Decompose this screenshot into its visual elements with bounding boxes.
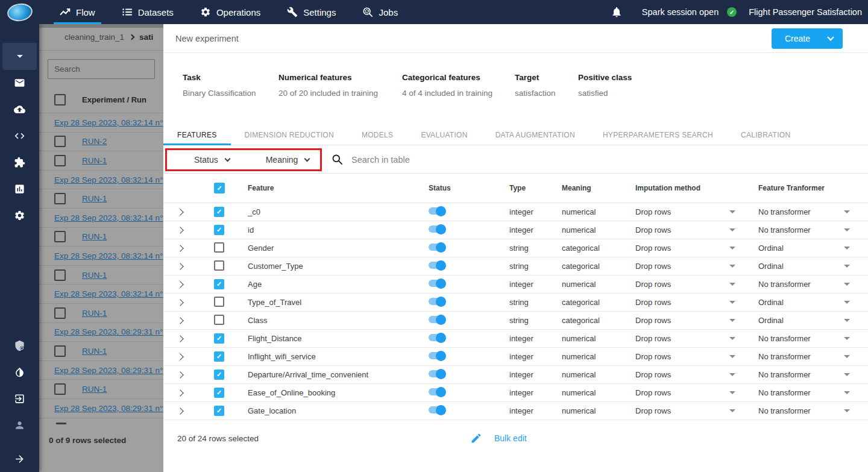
sidebar-item-security[interactable]	[0, 332, 39, 359]
run-link[interactable]: RUN-1	[82, 385, 107, 394]
expand-row-icon[interactable]	[177, 281, 183, 288]
status-filter-dropdown[interactable]: Status	[194, 155, 230, 165]
expand-row-icon[interactable]	[177, 227, 183, 233]
feature-checkbox[interactable]	[214, 242, 224, 253]
tab-data-augmentation[interactable]: DATA AUGMENTATION	[482, 125, 589, 145]
experiment-link[interactable]: Exp 28 Sep 2023, 08:32:14 n°	[54, 118, 163, 127]
transformer-select[interactable]: No transformer	[758, 334, 868, 343]
feature-checkbox[interactable]	[214, 370, 224, 380]
nav-tab-flow[interactable]: Flow	[46, 0, 108, 24]
feature-checkbox[interactable]	[214, 279, 224, 289]
tab-models[interactable]: MODELS	[348, 125, 407, 145]
transformer-select[interactable]: No transformer	[758, 406, 868, 415]
sidebar-item-extensions[interactable]	[0, 149, 39, 176]
create-button[interactable]: Create	[772, 28, 843, 49]
sidebar-item-opacity[interactable]	[0, 359, 39, 385]
select-all-features-checkbox[interactable]	[214, 183, 225, 194]
expand-row-icon[interactable]	[177, 263, 183, 269]
tab-calibration[interactable]: CALIBRATION	[727, 125, 804, 145]
run-link[interactable]: RUN-1	[82, 156, 107, 165]
run-link[interactable]: RUN-1	[82, 271, 107, 280]
nav-tab-operations[interactable]: Operations	[187, 0, 274, 24]
transformer-select[interactable]: Ordinal	[758, 244, 868, 253]
status-toggle[interactable]	[429, 298, 445, 305]
experiment-link[interactable]: Exp 28 Sep 2023, 08:29:31 n°	[54, 404, 163, 413]
experiment-link[interactable]: Exp 28 Sep 2023, 08:29:31 n°	[54, 366, 163, 375]
imputation-select[interactable]: Drop rows	[635, 406, 754, 415]
status-toggle[interactable]	[429, 225, 445, 233]
expand-row-icon[interactable]	[177, 371, 183, 378]
feature-checkbox[interactable]	[214, 388, 224, 398]
sidebar-item-settings[interactable]	[0, 203, 39, 229]
transformer-select[interactable]: Ordinal	[758, 262, 868, 271]
run-checkbox[interactable]	[54, 136, 66, 147]
breadcrumb-parent[interactable]: cleaning_train_1	[64, 33, 124, 42]
status-toggle[interactable]	[429, 280, 445, 287]
feature-checkbox[interactable]	[214, 315, 224, 325]
feature-checkbox[interactable]	[214, 351, 224, 362]
status-toggle[interactable]	[429, 352, 445, 359]
expand-row-icon[interactable]	[177, 389, 183, 396]
status-toggle[interactable]	[429, 316, 445, 323]
experiment-link[interactable]: Exp 28 Sep 2023, 08:32:14 n°	[54, 213, 163, 222]
run-checkbox[interactable]	[54, 193, 66, 204]
run-link[interactable]: RUN-1	[82, 309, 107, 318]
sidebar-item-exit[interactable]	[0, 385, 39, 412]
transformer-select[interactable]: No transformer	[758, 352, 868, 361]
tab-evaluation[interactable]: EVALUATION	[407, 125, 481, 145]
expand-row-icon[interactable]	[177, 299, 183, 306]
run-link[interactable]: RUN-1	[82, 232, 107, 241]
expand-row-icon[interactable]	[177, 407, 183, 414]
nav-tab-settings[interactable]: Settings	[274, 0, 349, 24]
imputation-select[interactable]: Drop rows	[635, 334, 754, 343]
status-toggle[interactable]	[429, 370, 445, 377]
table-search-input[interactable]: Search in table	[332, 145, 410, 174]
imputation-select[interactable]: Drop rows	[635, 207, 754, 216]
status-toggle[interactable]	[429, 207, 445, 215]
experiment-link[interactable]: Exp 28 Sep 2023, 08:32:14 n°	[54, 289, 163, 298]
notifications-bell-icon[interactable]	[611, 6, 623, 18]
run-checkbox[interactable]	[54, 383, 66, 395]
run-checkbox[interactable]	[54, 345, 66, 357]
experiment-link[interactable]: Exp 28 Sep 2023, 08:29:31 n°	[54, 327, 163, 336]
run-checkbox[interactable]	[54, 307, 66, 319]
run-link[interactable]: RUN-2	[82, 137, 107, 146]
transformer-select[interactable]: No transformer	[758, 225, 868, 234]
select-all-runs-checkbox[interactable]	[54, 94, 66, 105]
run-checkbox[interactable]	[54, 269, 66, 281]
feature-checkbox[interactable]	[214, 333, 224, 344]
transformer-select[interactable]: No transformer	[758, 370, 868, 379]
nav-tab-jobs[interactable]: Jobs	[349, 0, 411, 24]
status-toggle[interactable]	[429, 334, 445, 341]
status-toggle[interactable]	[429, 244, 445, 251]
imputation-select[interactable]: Drop rows	[635, 244, 754, 253]
meaning-filter-dropdown[interactable]: Meaning	[266, 155, 310, 165]
sidebar-expand-button[interactable]	[0, 445, 39, 472]
feature-checkbox[interactable]	[214, 225, 224, 235]
expand-row-icon[interactable]	[177, 245, 183, 251]
nav-tab-datasets[interactable]: Datasets	[108, 0, 187, 24]
feature-checkbox[interactable]	[214, 207, 224, 217]
sidebar-item-user[interactable]	[0, 412, 39, 438]
tab-hyperparameters-search[interactable]: HYPERPARAMETERS SEARCH	[589, 125, 727, 145]
run-link[interactable]: RUN-1	[82, 347, 107, 356]
transformer-select[interactable]: No transformer	[758, 388, 868, 397]
tab-dimension-reduction[interactable]: DIMENSION REDUCTION	[231, 125, 348, 145]
transformer-select[interactable]: No transformer	[758, 207, 868, 216]
transformer-select[interactable]: Ordinal	[758, 316, 868, 325]
run-link[interactable]: RUN-1	[82, 194, 107, 203]
transformer-select[interactable]: Ordinal	[758, 298, 868, 307]
transformer-select[interactable]: No transformer	[758, 280, 868, 289]
expand-row-icon[interactable]	[177, 317, 183, 324]
imputation-select[interactable]: Drop rows	[635, 225, 754, 234]
tab-features[interactable]: FEATURES	[163, 125, 231, 145]
bulk-edit-button[interactable]: Bulk edit	[470, 432, 527, 444]
experiment-link[interactable]: Exp 28 Sep 2023, 08:32:14 n°	[54, 251, 163, 260]
imputation-select[interactable]: Drop rows	[635, 280, 754, 289]
imputation-select[interactable]: Drop rows	[635, 352, 754, 361]
feature-checkbox[interactable]	[214, 297, 224, 307]
expand-row-icon[interactable]	[177, 209, 183, 215]
run-checkbox[interactable]	[54, 155, 66, 166]
imputation-select[interactable]: Drop rows	[635, 388, 754, 397]
sidebar-item-mail[interactable]	[0, 70, 39, 96]
